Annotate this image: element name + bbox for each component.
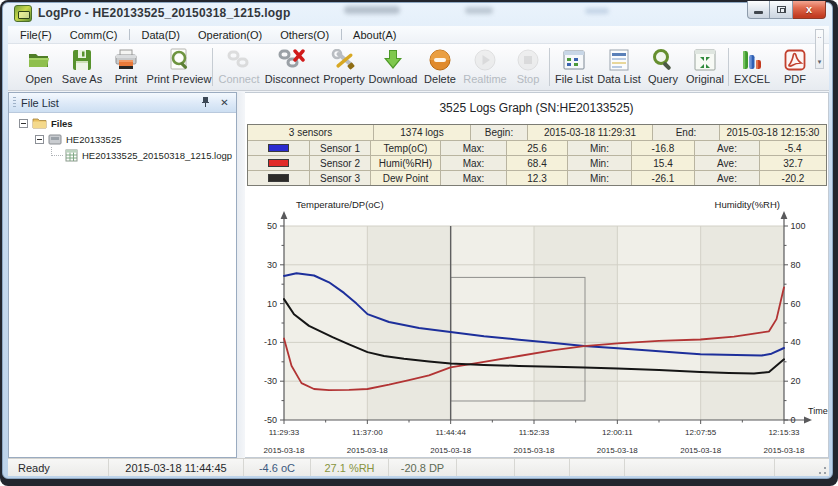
tree-expander-icon[interactable] [35, 135, 44, 144]
toolbar-button-download[interactable]: Download [367, 44, 419, 90]
left-axis-arrow-icon [281, 211, 288, 219]
menu-item-about[interactable]: About(A) [347, 27, 402, 43]
close-button[interactable]: x [793, 1, 826, 19]
toolbar-button-pdf[interactable]: PDF [773, 44, 817, 90]
summary-cell-type: Humi(%RH) [370, 156, 440, 170]
status-datetime: 2015-03-18 11:44:45 [109, 459, 244, 476]
sensor-color-swatch [268, 174, 289, 182]
status-empty-cell [515, 459, 570, 476]
stop-icon [516, 47, 540, 73]
file-list-panel-header[interactable]: File List ✕ [9, 93, 236, 113]
data-list-icon [607, 47, 631, 73]
logs-chart[interactable]: 503010-10-30-5010080604020011:29:332015-… [245, 185, 828, 463]
summary-row-sensor-3: Sensor 3Dew PointMax:12.3Min:-26.1Ave:-2… [248, 170, 826, 185]
sensor-color-swatch-cell [248, 141, 309, 155]
title-bar[interactable]: LogPro - HE20133525_20150318_1215.logp x [8, 2, 829, 26]
menu-item-data[interactable]: Data(D) [135, 27, 186, 43]
x-axis-date-label: 2015-03-18 [597, 446, 638, 455]
app-logo-icon [14, 5, 32, 22]
summary-cell-max-label: Max: [440, 171, 506, 185]
toolbar-separator [549, 48, 550, 86]
toolbar-button-label: EXCEL [734, 73, 770, 86]
summary-cell-min: 15.4 [631, 156, 694, 170]
x-axis-date-label: 2015-03-18 [430, 446, 471, 455]
file-list-icon [562, 47, 586, 73]
tree-item-label: HE20133525_20150318_1215.logp [82, 150, 232, 161]
tree-expander-icon[interactable] [19, 119, 28, 128]
toolbar-overflow-dots-icon: .. [816, 32, 823, 40]
tree-item-files-root[interactable]: Files [19, 115, 73, 131]
blurred-watermark [585, 8, 609, 14]
device-icon [48, 134, 62, 145]
toolbar-button-label: Open [26, 73, 53, 86]
toolbar-button-excel[interactable]: EXCEL [731, 44, 773, 90]
toolbar-button-original[interactable]: Original [684, 44, 726, 90]
maximize-button[interactable] [770, 1, 793, 19]
resize-grip-icon[interactable] [816, 463, 828, 475]
maximize-icon [777, 6, 786, 13]
plot-band [534, 226, 617, 420]
toolbar-button-property[interactable]: Property [321, 44, 367, 90]
summary-cell-name: Sensor 2 [309, 156, 370, 170]
screen: LogPro - HE20133525_20150318_1215.logp x… [0, 0, 838, 486]
sensor-color-swatch [268, 144, 289, 152]
tree-connector [51, 147, 63, 156]
menu-item-operation[interactable]: Operation(O) [192, 27, 268, 43]
minimize-button[interactable] [747, 1, 770, 19]
toolbar-button-save-as[interactable]: Save As [60, 44, 104, 90]
menu-item-comm[interactable]: Comm(C) [64, 27, 124, 43]
menu-item-file[interactable]: File(F) [14, 27, 58, 43]
sensor-color-swatch-cell [248, 171, 309, 185]
toolbar-button-disconnect[interactable]: Disconnect [263, 44, 321, 90]
plot-band [451, 226, 534, 420]
toolbar-button-open[interactable]: Open [18, 44, 60, 90]
excel-icon [740, 47, 764, 73]
summary-header-cell: 2015-03-18 12:15:30 [719, 125, 826, 140]
status-ready: Ready [8, 459, 109, 476]
toolbar-button-label: Print Preview [147, 73, 212, 86]
x-axis-date-label: 2015-03-18 [680, 446, 721, 455]
toolbar-button-delete[interactable]: Delete [419, 44, 461, 90]
summary-table: 3 sensors1374 logsBegin:2015-03-18 11:29… [247, 124, 827, 186]
summary-cell-max: 25.6 [506, 141, 567, 155]
toolbar-button-file-list[interactable]: File List [552, 44, 596, 90]
status-empty-cell [625, 459, 775, 476]
realtime-icon [473, 47, 497, 73]
panel-splitter[interactable] [237, 92, 245, 458]
summary-header-cell: 3 sensors [248, 125, 373, 140]
toolbar-button-query[interactable]: Query [642, 44, 684, 90]
plot-band [701, 226, 784, 420]
folder-icon [32, 117, 47, 129]
close-panel-icon[interactable]: ✕ [218, 95, 231, 109]
summary-cell-ave-label: Ave: [694, 156, 759, 170]
delete-icon [428, 47, 452, 73]
toolbar-button-label: Delete [424, 73, 456, 86]
status-temperature: -4.6 oC [244, 459, 311, 476]
tree-item-device[interactable]: HE20133525 [35, 131, 121, 147]
close-icon: x [806, 3, 812, 15]
window-title: LogPro - HE20133525_20150318_1215.logp [38, 6, 290, 20]
toolbar-button-label: Query [648, 73, 678, 86]
menu-item-others[interactable]: Others(O) [274, 27, 335, 43]
toolbar-button-label: PDF [784, 73, 806, 86]
summary-cell-min-label: Min: [567, 156, 631, 170]
x-axis-time-label: 12:15:33 [768, 428, 800, 437]
toolbar-button-print-preview[interactable]: Print Preview [148, 44, 210, 90]
toolbar-button-data-list[interactable]: Data List [596, 44, 642, 90]
download-icon [381, 47, 405, 73]
save-icon [70, 47, 94, 73]
pin-icon[interactable] [199, 95, 212, 109]
left-axis-tick-label: 50 [267, 221, 277, 231]
panel-grip [13, 97, 16, 109]
toolbar-overflow[interactable]: ..▾ [815, 29, 824, 69]
tree-item-label: Files [51, 118, 73, 129]
right-axis-title: Humidity(%RH) [715, 199, 780, 210]
toolbar-button-label: Property [323, 73, 365, 86]
summary-cell-name: Sensor 1 [309, 141, 370, 155]
toolbar-button-stop: Stop [509, 44, 547, 90]
toolbar-button-label: Data List [597, 73, 640, 86]
tree-item-label: HE20133525 [66, 134, 121, 145]
client-area: File(F)Comm(C)Data(D)Operation(O)Others(… [8, 26, 829, 476]
toolbar-button-print[interactable]: Print [104, 44, 148, 90]
tree-item-logfile[interactable]: HE20133525_20150318_1215.logp [51, 147, 232, 163]
